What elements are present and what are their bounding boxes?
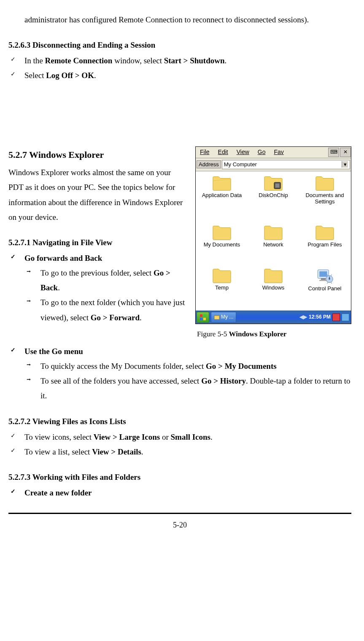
intro-continuation: administrator has configured Remote Conn… xyxy=(24,12,351,27)
address-dropdown-icon[interactable]: ▾ xyxy=(342,161,348,168)
taskbar: My ... ◀▶ 12:56 PM xyxy=(196,311,351,324)
folder-program-files[interactable]: Program Files xyxy=(299,223,350,265)
windows-explorer-screenshot: File Edit View Go Fav ⌨ ✕ Address My Com… xyxy=(195,146,351,324)
svg-rect-11 xyxy=(214,316,219,319)
step-log-off: Select Log Off > OK. xyxy=(8,68,351,83)
folder-application-data[interactable]: Application Data xyxy=(197,174,247,222)
figure-caption: Figure 5-5 Windows Explorer xyxy=(195,327,351,341)
system-tray: ◀▶ 12:56 PM xyxy=(299,314,350,321)
menu-view[interactable]: View xyxy=(232,147,253,157)
use-go-menu-heading: Use the Go menu xyxy=(8,344,351,359)
go-forward-step: To go to the next folder (which you have… xyxy=(24,295,188,325)
svg-rect-10 xyxy=(203,318,206,320)
address-bar: Address My Computer ▾ xyxy=(196,158,351,171)
view-icons-step: To view icons, select View > Large Icons… xyxy=(8,430,351,444)
svg-rect-7 xyxy=(200,314,202,317)
svg-rect-3 xyxy=(319,271,327,277)
folder-temp[interactable]: Temp xyxy=(197,266,247,308)
view-list-step: To view a list, select View > Details. xyxy=(8,444,351,459)
svg-rect-1 xyxy=(275,184,280,188)
icon-control-panel[interactable]: Control Panel xyxy=(299,266,350,308)
go-my-documents-step: To quickly access the My Documents folde… xyxy=(24,359,351,373)
tray-desktop-icon[interactable] xyxy=(342,314,349,321)
folder-my-documents[interactable]: My Documents xyxy=(197,223,247,265)
go-history-step: To see all of the folders you have acces… xyxy=(24,373,351,403)
keyboard-icon[interactable]: ⌨ xyxy=(328,148,339,157)
close-icon[interactable]: ✕ xyxy=(340,148,351,157)
folder-diskonchip[interactable]: DiskOnChip xyxy=(248,174,299,222)
heading-5-2-7-1: 5.2.7.1 Navigating in File View xyxy=(8,235,188,250)
menu-edit[interactable]: Edit xyxy=(214,147,232,157)
address-label: Address xyxy=(197,160,221,169)
folder-network[interactable]: Network xyxy=(248,223,299,265)
tray-divider-icon: ◀▶ xyxy=(299,314,307,320)
explorer-intro: Windows Explorer works almost the same o… xyxy=(8,165,188,224)
tray-clock: 12:56 PM xyxy=(309,314,331,320)
go-forwards-back-heading: Go forwards and Back xyxy=(8,251,188,265)
start-button[interactable] xyxy=(197,312,209,323)
svg-rect-9 xyxy=(200,318,202,320)
svg-rect-8 xyxy=(203,314,206,317)
create-new-folder-heading: Create a new folder xyxy=(8,485,351,500)
page-rule xyxy=(8,513,351,514)
heading-5-2-7-3: 5.2.7.3 Working with Files and Folders xyxy=(8,470,351,484)
menubar: File Edit View Go Fav ⌨ ✕ xyxy=(196,147,351,158)
menu-go[interactable]: Go xyxy=(253,147,270,157)
step-remote-connection: In the Remote Connection window, select … xyxy=(8,53,351,68)
folder-windows[interactable]: Windows xyxy=(248,266,299,308)
go-back-step: To go to the previous folder, select Go … xyxy=(24,265,188,295)
heading-5-2-7: 5.2.7 Windows Explorer xyxy=(8,146,188,164)
folder-grid: Application Data DiskOnChip Documents an… xyxy=(196,171,351,311)
page-number: 5-20 xyxy=(8,518,351,532)
svg-rect-4 xyxy=(321,279,326,280)
heading-5-2-7-2: 5.2.7.2 Viewing Files as Icons Lists xyxy=(8,414,351,429)
tray-status-icon[interactable] xyxy=(332,314,340,321)
address-field[interactable]: My Computer ▾ xyxy=(222,160,350,169)
heading-5-2-6-3: 5.2.6.3 Disconnecting and Ending a Sessi… xyxy=(8,38,351,52)
taskbar-app[interactable]: My ... xyxy=(211,312,236,323)
menu-fav[interactable]: Fav xyxy=(270,147,288,157)
menu-file[interactable]: File xyxy=(196,147,214,157)
folder-documents-settings[interactable]: Documents and Settings xyxy=(299,174,350,222)
